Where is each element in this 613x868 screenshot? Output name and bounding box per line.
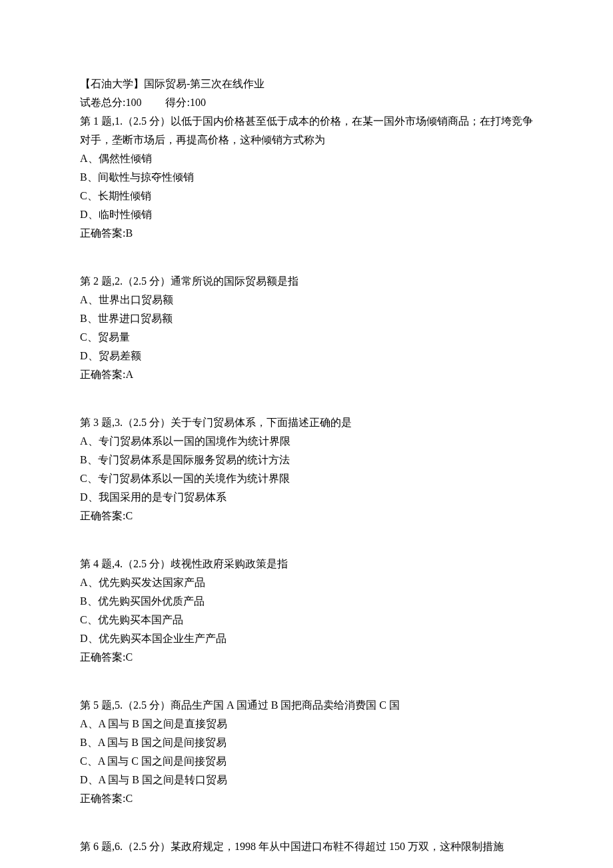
question-option: D、优先购买本国企业生产产品: [80, 629, 533, 648]
question-1: 第 1 题,1.（2.5 分）以低于国内价格甚至低于成本的价格，在某一国外市场倾…: [80, 112, 533, 243]
question-option: B、优先购买国外优质产品: [80, 592, 533, 611]
question-option: A、优先购买发达国家产品: [80, 573, 533, 592]
question-option: B、专门贸易体系是国际服务贸易的统计方法: [80, 451, 533, 469]
question-answer: 正确答案:C: [80, 507, 533, 525]
score-line: 试卷总分:100得分:100: [80, 93, 533, 112]
question-3: 第 3 题,3.（2.5 分）关于专门贸易体系，下面描述正确的是 A、专门贸易体…: [80, 413, 533, 525]
question-option: A、专门贸易体系以一国的国境作为统计界限: [80, 432, 533, 451]
question-option: C、专门贸易体系以一国的关境作为统计界限: [80, 469, 533, 488]
question-option: C、A 国与 C 国之间是间接贸易: [80, 752, 533, 771]
question-option: B、A 国与 B 国之间是间接贸易: [80, 733, 533, 752]
question-prompt: 第 5 题,5.（2.5 分）商品生产国 A 国通过 B 国把商品卖给消费国 C…: [80, 696, 533, 715]
question-6: 第 6 题,6.（2.5 分）某政府规定，1998 年从中国进口布鞋不得超过 1…: [80, 837, 533, 856]
question-option: D、A 国与 B 国之间是转口贸易: [80, 771, 533, 789]
question-option: C、贸易量: [80, 328, 533, 347]
question-option: B、间歇性与掠夺性倾销: [80, 168, 533, 187]
total-score-label: 试卷总分:100: [80, 97, 141, 108]
question-answer: 正确答案:A: [80, 365, 533, 384]
question-option: D、临时性倾销: [80, 205, 533, 224]
question-5: 第 5 题,5.（2.5 分）商品生产国 A 国通过 B 国把商品卖给消费国 C…: [80, 696, 533, 808]
question-option: D、我国采用的是专门贸易体系: [80, 488, 533, 507]
question-prompt: 第 6 题,6.（2.5 分）某政府规定，1998 年从中国进口布鞋不得超过 1…: [80, 837, 533, 856]
question-prompt: 第 2 题,2.（2.5 分）通常所说的国际贸易额是指: [80, 272, 533, 291]
question-2: 第 2 题,2.（2.5 分）通常所说的国际贸易额是指 A、世界出口贸易额 B、…: [80, 272, 533, 384]
question-option: A、世界出口贸易额: [80, 291, 533, 309]
question-option: A、偶然性倾销: [80, 149, 533, 168]
question-prompt: 第 4 题,4.（2.5 分）歧视性政府采购政策是指: [80, 555, 533, 573]
question-option: D、贸易差额: [80, 347, 533, 365]
question-option: C、长期性倾销: [80, 187, 533, 205]
question-answer: 正确答案:B: [80, 224, 533, 243]
document-title: 【石油大学】国际贸易-第三次在线作业: [80, 75, 533, 93]
question-option: A、A 国与 B 国之间是直接贸易: [80, 715, 533, 733]
question-prompt: 第 3 题,3.（2.5 分）关于专门贸易体系，下面描述正确的是: [80, 413, 533, 432]
question-option: C、优先购买本国产品: [80, 611, 533, 629]
question-prompt: 第 1 题,1.（2.5 分）以低于国内价格甚至低于成本的价格，在某一国外市场倾…: [80, 112, 533, 149]
question-answer: 正确答案:C: [80, 789, 533, 808]
question-answer: 正确答案:C: [80, 648, 533, 667]
question-option: B、世界进口贸易额: [80, 309, 533, 328]
question-4: 第 4 题,4.（2.5 分）歧视性政府采购政策是指 A、优先购买发达国家产品 …: [80, 555, 533, 667]
got-score-label: 得分:100: [165, 97, 205, 108]
